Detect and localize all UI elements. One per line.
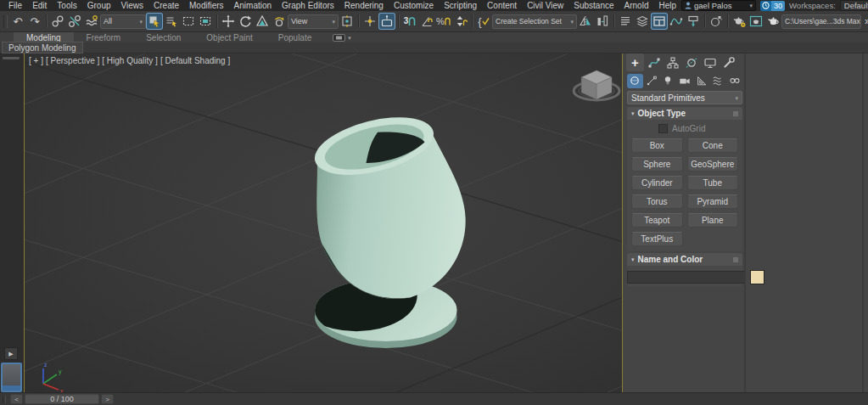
primitive-button[interactable]: Cone	[687, 138, 739, 153]
selection-filter-dropdown[interactable]: All ▾	[100, 14, 146, 29]
panel-divider[interactable]	[744, 53, 746, 393]
keyboard-shortcut-override-toggle[interactable]	[378, 13, 395, 30]
category-shapes[interactable]	[644, 74, 660, 88]
rectangular-selection-region-button[interactable]	[180, 13, 197, 30]
autogrid-checkbox[interactable]	[658, 124, 668, 133]
primitive-button[interactable]: Cylinder	[631, 176, 683, 190]
menu-item[interactable]: Graph Editors	[277, 1, 339, 10]
viewport-label-part[interactable]: [ Default Shading ]	[160, 56, 230, 65]
category-space-warps[interactable]	[710, 74, 726, 88]
menu-item[interactable]: Arnold	[619, 1, 654, 10]
tab-hierarchy[interactable]	[664, 53, 681, 71]
layer-explorer-toggle[interactable]	[634, 13, 651, 30]
time-slider-track[interactable]: 0 / 100	[25, 394, 99, 404]
render-setup-button[interactable]	[731, 13, 748, 30]
primitive-button[interactable]: Sphere	[631, 157, 683, 172]
rollout-pin-icon[interactable]	[733, 111, 738, 116]
workspace-dropdown[interactable]: Default ▾	[840, 0, 868, 11]
rollout-pin-icon[interactable]	[733, 257, 738, 262]
polygon-modeling-panel-tab[interactable]: Polygon Modeling	[2, 42, 83, 53]
category-geometry[interactable]	[627, 74, 643, 88]
menu-item[interactable]: File	[3, 1, 27, 10]
menu-item[interactable]: Substance	[568, 1, 619, 10]
select-by-name-button[interactable]	[163, 13, 180, 30]
menu-item[interactable]: Edit	[27, 1, 52, 10]
primitive-button[interactable]: Pyramid	[687, 194, 739, 209]
primitive-button[interactable]: TextPlus	[631, 232, 683, 246]
tab-modify[interactable]	[645, 53, 663, 71]
render-production-button[interactable]	[764, 13, 781, 30]
viewport-label-part[interactable]: [ High Quality ]	[102, 56, 158, 65]
menu-item[interactable]: Civil View	[522, 1, 568, 10]
primitive-button[interactable]: Plane	[687, 213, 739, 228]
angle-snap-toggle[interactable]	[418, 13, 435, 30]
menu-item[interactable]: Animation	[229, 1, 277, 10]
percent-snap-toggle[interactable]: %	[435, 13, 452, 30]
primitive-button[interactable]: Box	[631, 138, 683, 153]
select-object-button[interactable]	[146, 13, 163, 30]
user-account-button[interactable]: gael Palos ▾	[681, 0, 756, 11]
object-type-rollout-header[interactable]: ▾ Object Type	[627, 107, 742, 120]
time-slider-grip[interactable]	[3, 396, 6, 403]
view-cube[interactable]	[574, 70, 619, 100]
select-and-link-button[interactable]	[49, 13, 66, 30]
bind-to-space-warp-button[interactable]	[83, 13, 100, 30]
menu-item[interactable]: Help	[653, 1, 681, 10]
use-pivot-point-center-button[interactable]	[339, 13, 356, 30]
mirror-button[interactable]	[577, 13, 594, 30]
next-frame-button[interactable]: >	[101, 394, 114, 404]
primitive-button[interactable]: Tube	[687, 176, 739, 190]
object-name-input[interactable]	[627, 271, 746, 284]
menu-item[interactable]: Create	[148, 1, 184, 10]
menu-item[interactable]: Tools	[52, 1, 81, 10]
category-systems[interactable]	[726, 74, 742, 88]
primitive-button[interactable]: GeoSphere	[687, 157, 739, 172]
rendered-frame-window-button[interactable]	[748, 13, 764, 30]
menu-item[interactable]: Views	[116, 1, 149, 10]
select-and-rotate-button[interactable]	[237, 13, 254, 30]
project-folder-dropdown[interactable]: C:\Users\gae...3ds Max 202 ▾	[781, 14, 861, 29]
menu-item[interactable]: Customize	[389, 1, 439, 10]
category-cameras[interactable]	[677, 74, 693, 88]
tab-motion[interactable]	[682, 53, 700, 71]
schematic-view-button[interactable]	[685, 13, 702, 30]
primitive-button[interactable]: Teapot	[631, 213, 683, 228]
goblet-object[interactable]	[295, 104, 483, 348]
tab-create[interactable]: +	[626, 53, 644, 71]
layout-tabs-flyout-button[interactable]: ▶	[4, 347, 18, 360]
toolbar-overflow-button[interactable]: »	[865, 15, 868, 27]
menu-item[interactable]: Group	[82, 1, 116, 10]
ribbon-tab[interactable]: Selection	[133, 32, 193, 42]
menu-item[interactable]: Scripting	[439, 1, 482, 10]
align-button[interactable]	[594, 13, 611, 30]
unlink-selection-button[interactable]	[66, 13, 83, 30]
object-color-swatch[interactable]	[750, 270, 764, 284]
viewport-label-part[interactable]: [ + ]	[29, 56, 43, 65]
select-and-scale-button[interactable]	[254, 13, 271, 30]
undo-button[interactable]: ↶	[9, 13, 26, 30]
snap-toggle-3d-button[interactable]: 3	[401, 13, 418, 30]
strip-grip[interactable]	[3, 57, 20, 59]
spinner-snap-toggle[interactable]	[452, 13, 469, 30]
toolbar-grip[interactable]	[3, 15, 8, 28]
ribbon-tab[interactable]: Populate	[266, 32, 324, 42]
window-crossing-toggle[interactable]	[197, 13, 214, 30]
category-helpers[interactable]	[693, 74, 709, 88]
ribbon-toggle-button[interactable]	[651, 13, 668, 30]
material-editor-button[interactable]	[708, 13, 725, 30]
select-and-manipulate-button[interactable]	[361, 13, 378, 30]
perspective-viewport[interactable]: [ + ][ Perspective ][ High Quality ][ De…	[24, 53, 623, 393]
menu-item[interactable]: Rendering	[339, 1, 389, 10]
scene-explorer-toggle[interactable]	[617, 13, 634, 30]
category-lights[interactable]	[660, 74, 676, 88]
primitives-category-dropdown[interactable]: Standard Primitives ▾	[627, 91, 742, 104]
tab-display[interactable]	[701, 53, 719, 71]
redo-button[interactable]: ↷	[26, 13, 43, 30]
ribbon-config-button[interactable]: ▾	[333, 34, 351, 42]
menu-item[interactable]: Modifiers	[184, 1, 229, 10]
edit-named-selection-sets-button[interactable]: {	[475, 13, 492, 30]
trial-timer-badge[interactable]: 30	[760, 1, 785, 11]
select-and-place-button[interactable]	[271, 13, 288, 30]
viewport-layout-tab[interactable]	[1, 363, 22, 392]
ribbon-tab[interactable]: Object Paint	[193, 32, 265, 42]
